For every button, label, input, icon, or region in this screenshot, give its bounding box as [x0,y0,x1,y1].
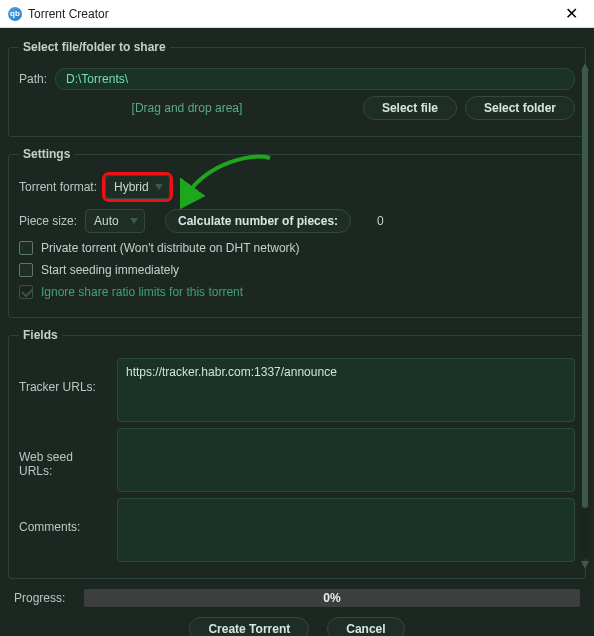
fields-legend: Fields [19,328,62,342]
share-legend: Select file/folder to share [19,40,170,54]
close-icon[interactable]: ✕ [556,4,586,23]
private-torrent-checkbox[interactable] [19,241,33,255]
web-seed-urls-label: Web seed URLs: [19,428,109,478]
progress-bar: 0% [84,589,580,607]
calculate-pieces-button[interactable]: Calculate number of pieces: [165,209,351,233]
torrent-format-value: Hybrid [114,180,149,194]
drag-drop-area[interactable]: [Drag and drop area] [19,94,355,122]
progress-text: 0% [323,591,340,605]
scroll-up-icon[interactable] [581,60,589,68]
path-label: Path: [19,72,47,86]
window: qb Torrent Creator ✕ Select file/folder … [0,0,594,636]
chevron-down-icon [155,184,163,190]
piece-size-label: Piece size: [19,214,77,228]
path-input[interactable] [55,68,575,90]
client-area: Select file/folder to share Path: [Drag … [0,28,594,636]
progress-label: Progress: [14,591,74,605]
svg-marker-0 [155,184,163,190]
cancel-button[interactable]: Cancel [327,617,404,636]
start-seeding-checkbox[interactable] [19,263,33,277]
share-group: Select file/folder to share Path: [Drag … [8,40,586,137]
ignore-ratio-checkbox [19,285,33,299]
ignore-ratio-label: Ignore share ratio limits for this torre… [41,285,243,299]
scroll-down-icon[interactable] [581,558,589,566]
tracker-urls-label: Tracker URLs: [19,358,109,394]
comments-label: Comments: [19,498,109,534]
torrent-format-select[interactable]: Hybrid [105,175,170,199]
window-title: Torrent Creator [28,7,556,21]
titlebar: qb Torrent Creator ✕ [0,0,594,28]
tracker-urls-input[interactable] [117,358,575,422]
torrent-format-label: Torrent format: [19,180,97,194]
fields-group: Fields Tracker URLs: Web seed URLs: Comm… [8,328,586,579]
chevron-down-icon [130,218,138,224]
start-seeding-label: Start seeding immediately [41,263,179,277]
svg-marker-1 [130,218,138,224]
svg-marker-3 [581,561,589,569]
piece-size-value: Auto [94,214,119,228]
settings-legend: Settings [19,147,74,161]
app-icon: qb [8,7,22,21]
scrollbar-thumb[interactable] [582,68,588,508]
create-torrent-button[interactable]: Create Torrent [189,617,309,636]
select-folder-button[interactable]: Select folder [465,96,575,120]
private-torrent-label: Private torrent (Won't distribute on DHT… [41,241,300,255]
select-file-button[interactable]: Select file [363,96,457,120]
vertical-scrollbar[interactable] [582,68,588,558]
settings-group: Settings Torrent format: Hybrid Piece si… [8,147,586,318]
pieces-count: 0 [377,214,384,228]
piece-size-select[interactable]: Auto [85,209,145,233]
web-seed-urls-input[interactable] [117,428,575,492]
comments-input[interactable] [117,498,575,562]
